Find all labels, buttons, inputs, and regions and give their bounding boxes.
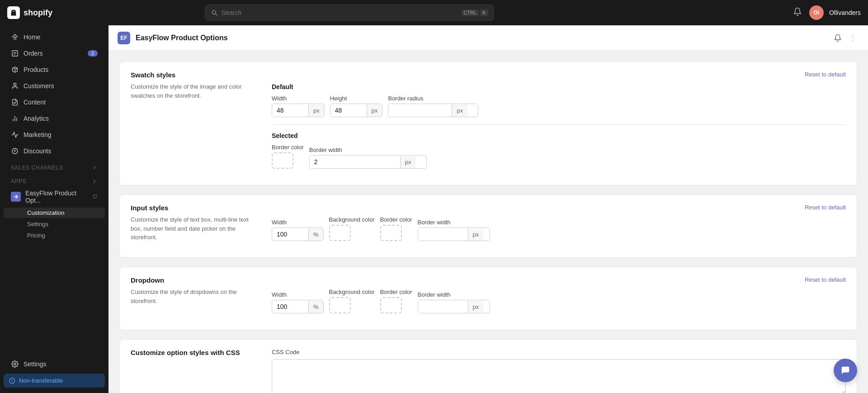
input-reset-link[interactable]: Reset to default — [805, 204, 846, 211]
search-bar[interactable]: CTRL K — [205, 5, 494, 21]
search-input[interactable] — [222, 9, 458, 16]
swatch-border-width-input[interactable] — [310, 156, 400, 168]
input-fields-group: Width % Background color — [272, 216, 846, 241]
css-section-title: Customize option styles with CSS — [131, 349, 257, 356]
swatch-border-radius-label: Border radius — [388, 95, 478, 102]
nontransferable-label: Non-transferable — [19, 377, 63, 384]
sidebar-item-orders[interactable]: Orders 2 — [4, 46, 105, 61]
sidebar-item-label: Orders — [24, 50, 43, 57]
dropdown-fields-group: Width % Background color — [272, 289, 846, 313]
sidebar-item-products[interactable]: Products — [4, 62, 105, 77]
sidebar-item-discounts[interactable]: Discounts — [4, 143, 105, 159]
notifications-button[interactable] — [791, 5, 804, 20]
swatch-width-field: Width px — [272, 95, 325, 117]
swatch-selected-subsection-title: Selected — [272, 132, 846, 139]
dropdown-width-unit: % — [308, 301, 323, 313]
swatch-height-label: Height — [330, 95, 383, 102]
dropdown-border-width-field: Border width px — [418, 291, 490, 313]
css-code-textarea[interactable] — [272, 359, 846, 393]
orders-icon — [11, 49, 19, 57]
dropdown-width-input-group: % — [272, 300, 324, 313]
dropdown-section: Dropdown Customize the style of dropdown… — [119, 267, 857, 330]
input-width-label: Width — [272, 219, 324, 226]
swatch-height-input[interactable] — [330, 104, 367, 117]
dropdown-section-right: Reset to default Width % Bac — [272, 276, 846, 321]
shopify-logo[interactable]: shopify — [7, 6, 52, 19]
dropdown-bg-color-field: Background color — [329, 289, 375, 313]
input-width-input-group: % — [272, 227, 324, 241]
sidebar-item-label: Discounts — [24, 147, 51, 155]
chat-icon — [840, 365, 850, 375]
sidebar-item-label: Marketing — [24, 131, 51, 138]
svg-point-8 — [853, 38, 854, 38]
input-border-width-field: Border width px — [418, 219, 490, 241]
dropdown-bg-color-label: Background color — [329, 289, 375, 295]
app-header-actions — [832, 32, 859, 44]
input-bg-color-field: Background color — [329, 216, 375, 241]
info-icon — [9, 378, 15, 384]
swatch-border-radius-input[interactable] — [388, 104, 452, 117]
dropdown-border-color-swatch[interactable] — [380, 297, 402, 313]
input-width-input[interactable] — [272, 228, 308, 241]
svg-point-1 — [14, 83, 16, 85]
swatch-default-subsection-title: Default — [272, 83, 846, 90]
settings-icon — [11, 360, 19, 368]
app-name-label: EasyFlow Product Opt... — [25, 189, 88, 204]
input-width-field: Width % — [272, 219, 324, 241]
sidebar-app-easyflow[interactable]: EasyFlow Product Opt... — [4, 187, 105, 207]
swatch-height-input-group: px — [330, 104, 383, 117]
nontransferable-badge[interactable]: Non-transferable — [4, 374, 105, 388]
dropdown-border-color-field: Border color — [380, 289, 412, 313]
swatch-selected-fields-row: Border color Border width px — [272, 144, 846, 169]
sidebar-item-marketing[interactable]: Marketing — [4, 127, 105, 142]
more-options-button[interactable] — [847, 32, 859, 44]
avatar[interactable]: Ol — [809, 5, 824, 20]
sidebar-sub-pricing[interactable]: Pricing — [4, 230, 105, 241]
sidebar-item-customers[interactable]: Customers — [4, 78, 105, 94]
sidebar-sub-settings[interactable]: Settings — [4, 219, 105, 229]
swatch-width-unit: px — [308, 104, 324, 117]
sidebar-item-home[interactable]: Home — [4, 29, 105, 45]
shop-name: Ollivanders — [829, 9, 861, 16]
css-section: Customize option styles with CSS CSS Cod… — [119, 339, 857, 393]
sidebar-item-analytics[interactable]: Analytics — [4, 111, 105, 126]
svg-point-7 — [853, 35, 854, 36]
swatch-border-color-swatch[interactable] — [272, 152, 293, 169]
dropdown-bg-color-swatch[interactable] — [329, 297, 351, 313]
swatch-border-width-unit: px — [400, 156, 416, 168]
chat-button[interactable] — [834, 359, 857, 382]
input-border-width-input[interactable] — [418, 228, 468, 241]
dropdown-width-input[interactable] — [272, 300, 308, 313]
swatch-border-color-label: Border color — [272, 144, 304, 151]
topnav-right: Ol Ollivanders — [791, 5, 861, 20]
sidebar-bottom-area: Settings Non-transferable — [0, 356, 108, 389]
content-area: Swatch styles Customize the style of the… — [108, 51, 868, 393]
pin-icon — [92, 193, 98, 200]
sidebar-item-content[interactable]: Content — [4, 95, 105, 110]
input-border-width-input-group: px — [418, 227, 490, 241]
content-icon — [11, 98, 19, 106]
app-header: EF EasyFlow Product Options — [108, 25, 868, 51]
swatch-section-title: Swatch styles — [131, 71, 257, 79]
input-bg-color-swatch[interactable] — [329, 225, 351, 241]
marketing-icon — [11, 131, 19, 139]
dropdown-reset-link[interactable]: Reset to default — [805, 276, 846, 283]
swatch-height-unit: px — [367, 104, 382, 117]
bell-icon-button[interactable] — [832, 32, 844, 44]
dropdown-border-width-input[interactable] — [418, 300, 468, 313]
swatch-width-label: Width — [272, 95, 325, 102]
input-width-unit: % — [308, 228, 323, 241]
sales-channels-section: Sales channels — [0, 159, 108, 173]
dropdown-section-left: Dropdown Customize the style of dropdown… — [131, 276, 257, 321]
sidebar-item-label: Home — [24, 33, 40, 41]
sidebar-item-settings[interactable]: Settings — [4, 356, 105, 372]
css-section-left: Customize option styles with CSS — [131, 349, 257, 393]
discounts-icon — [11, 147, 19, 155]
input-fields-row: Width % Background color — [272, 216, 846, 241]
input-border-color-swatch[interactable] — [380, 225, 402, 241]
sidebar-sub-customization[interactable]: Customization — [4, 208, 105, 218]
input-border-color-label: Border color — [380, 216, 412, 223]
swatch-width-input[interactable] — [272, 104, 308, 117]
swatch-reset-link[interactable]: Reset to default — [805, 71, 846, 78]
swatch-border-radius-unit: px — [452, 104, 467, 117]
